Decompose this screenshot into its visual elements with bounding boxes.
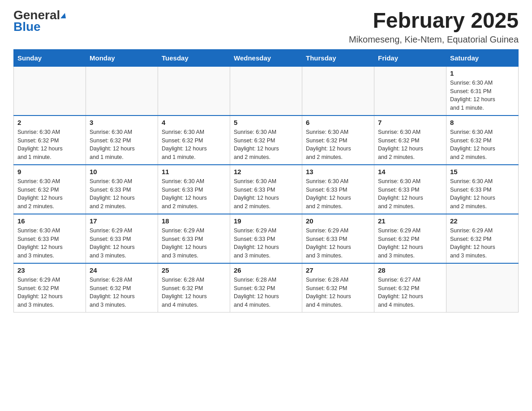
title-section: February 2025 Mikomeseng, Kie-Ntem, Equa… (349, 9, 519, 45)
header-saturday: Saturday (446, 49, 519, 66)
calendar-day-cell: 12Sunrise: 6:30 AM Sunset: 6:33 PM Dayli… (230, 165, 302, 214)
header-wednesday: Wednesday (230, 49, 302, 66)
day-number: 27 (306, 266, 370, 274)
day-info: Sunrise: 6:29 AM Sunset: 6:33 PM Dayligh… (306, 227, 370, 260)
calendar-day-cell: 21Sunrise: 6:29 AM Sunset: 6:32 PM Dayli… (374, 214, 446, 263)
day-info: Sunrise: 6:30 AM Sunset: 6:33 PM Dayligh… (378, 177, 442, 211)
calendar-day-cell: 13Sunrise: 6:30 AM Sunset: 6:33 PM Dayli… (302, 165, 374, 214)
calendar-day-cell: 18Sunrise: 6:29 AM Sunset: 6:33 PM Dayli… (158, 214, 230, 263)
day-info: Sunrise: 6:30 AM Sunset: 6:33 PM Dayligh… (162, 177, 226, 211)
day-number: 11 (162, 168, 226, 176)
day-number: 20 (306, 217, 370, 225)
day-number: 14 (378, 168, 442, 176)
logo: General Blue (13, 9, 66, 33)
day-info: Sunrise: 6:30 AM Sunset: 6:32 PM Dayligh… (234, 128, 298, 162)
calendar-day-cell: 14Sunrise: 6:30 AM Sunset: 6:33 PM Dayli… (374, 165, 446, 214)
calendar-week-row: 9Sunrise: 6:30 AM Sunset: 6:32 PM Daylig… (14, 165, 519, 214)
weekday-header-row: Sunday Monday Tuesday Wednesday Thursday… (14, 49, 519, 66)
calendar-week-row: 16Sunrise: 6:30 AM Sunset: 6:33 PM Dayli… (14, 214, 519, 263)
calendar-day-cell: 10Sunrise: 6:30 AM Sunset: 6:33 PM Dayli… (86, 165, 158, 214)
day-info: Sunrise: 6:29 AM Sunset: 6:33 PM Dayligh… (162, 227, 226, 260)
calendar-week-row: 23Sunrise: 6:29 AM Sunset: 6:32 PM Dayli… (14, 263, 519, 313)
day-number: 23 (17, 266, 82, 274)
day-info: Sunrise: 6:29 AM Sunset: 6:32 PM Dayligh… (17, 276, 82, 309)
calendar-day-cell (86, 66, 158, 116)
header-sunday: Sunday (14, 49, 86, 66)
calendar-day-cell: 15Sunrise: 6:30 AM Sunset: 6:33 PM Dayli… (446, 165, 519, 214)
header-tuesday: Tuesday (158, 49, 230, 66)
day-number: 13 (306, 168, 370, 176)
day-info: Sunrise: 6:29 AM Sunset: 6:32 PM Dayligh… (450, 227, 515, 260)
day-number: 9 (17, 168, 82, 176)
calendar-day-cell: 5Sunrise: 6:30 AM Sunset: 6:32 PM Daylig… (230, 116, 302, 165)
calendar-day-cell (230, 66, 302, 116)
day-info: Sunrise: 6:30 AM Sunset: 6:32 PM Dayligh… (378, 128, 442, 162)
day-info: Sunrise: 6:30 AM Sunset: 6:33 PM Dayligh… (450, 177, 515, 211)
day-info: Sunrise: 6:30 AM Sunset: 6:33 PM Dayligh… (306, 177, 370, 211)
calendar-day-cell: 28Sunrise: 6:27 AM Sunset: 6:32 PM Dayli… (374, 263, 446, 313)
day-number: 16 (17, 217, 82, 225)
day-info: Sunrise: 6:28 AM Sunset: 6:32 PM Dayligh… (90, 276, 154, 309)
day-number: 25 (162, 266, 226, 274)
day-number: 21 (378, 217, 442, 225)
calendar-day-cell: 8Sunrise: 6:30 AM Sunset: 6:32 PM Daylig… (446, 116, 519, 165)
day-number: 7 (378, 119, 442, 126)
calendar-day-cell: 1Sunrise: 6:30 AM Sunset: 6:31 PM Daylig… (446, 66, 519, 116)
calendar-day-cell: 24Sunrise: 6:28 AM Sunset: 6:32 PM Dayli… (86, 263, 158, 313)
calendar-day-cell: 20Sunrise: 6:29 AM Sunset: 6:33 PM Dayli… (302, 214, 374, 263)
calendar-day-cell: 3Sunrise: 6:30 AM Sunset: 6:32 PM Daylig… (86, 116, 158, 165)
calendar-week-row: 2Sunrise: 6:30 AM Sunset: 6:32 PM Daylig… (14, 116, 519, 165)
day-number: 6 (306, 119, 370, 126)
day-info: Sunrise: 6:28 AM Sunset: 6:32 PM Dayligh… (234, 276, 298, 309)
page-header: General Blue February 2025 Mikomeseng, K… (13, 9, 519, 45)
day-number: 22 (450, 217, 515, 225)
header-friday: Friday (374, 49, 446, 66)
day-number: 28 (378, 266, 442, 274)
header-thursday: Thursday (302, 49, 374, 66)
day-info: Sunrise: 6:30 AM Sunset: 6:32 PM Dayligh… (17, 128, 82, 162)
day-info: Sunrise: 6:28 AM Sunset: 6:32 PM Dayligh… (162, 276, 226, 309)
calendar-day-cell (158, 66, 230, 116)
calendar-day-cell: 23Sunrise: 6:29 AM Sunset: 6:32 PM Dayli… (14, 263, 86, 313)
calendar-table: Sunday Monday Tuesday Wednesday Thursday… (13, 49, 519, 313)
day-info: Sunrise: 6:30 AM Sunset: 6:32 PM Dayligh… (17, 177, 82, 211)
day-info: Sunrise: 6:28 AM Sunset: 6:32 PM Dayligh… (306, 276, 370, 309)
day-info: Sunrise: 6:30 AM Sunset: 6:32 PM Dayligh… (90, 128, 154, 162)
calendar-day-cell: 26Sunrise: 6:28 AM Sunset: 6:32 PM Dayli… (230, 263, 302, 313)
main-title: February 2025 (349, 9, 519, 33)
day-number: 24 (90, 266, 154, 274)
day-info: Sunrise: 6:30 AM Sunset: 6:33 PM Dayligh… (234, 177, 298, 211)
calendar-day-cell: 27Sunrise: 6:28 AM Sunset: 6:32 PM Dayli… (302, 263, 374, 313)
day-number: 3 (90, 119, 154, 126)
subtitle: Mikomeseng, Kie-Ntem, Equatorial Guinea (349, 34, 519, 45)
calendar-day-cell (14, 66, 86, 116)
header-monday: Monday (86, 49, 158, 66)
calendar-day-cell (446, 263, 519, 313)
day-number: 8 (450, 119, 515, 126)
calendar-day-cell: 6Sunrise: 6:30 AM Sunset: 6:32 PM Daylig… (302, 116, 374, 165)
day-info: Sunrise: 6:30 AM Sunset: 6:33 PM Dayligh… (17, 227, 82, 260)
calendar-day-cell: 7Sunrise: 6:30 AM Sunset: 6:32 PM Daylig… (374, 116, 446, 165)
day-info: Sunrise: 6:30 AM Sunset: 6:32 PM Dayligh… (450, 128, 515, 162)
calendar-day-cell: 9Sunrise: 6:30 AM Sunset: 6:32 PM Daylig… (14, 165, 86, 214)
calendar-day-cell: 17Sunrise: 6:29 AM Sunset: 6:33 PM Dayli… (86, 214, 158, 263)
calendar-day-cell: 19Sunrise: 6:29 AM Sunset: 6:33 PM Dayli… (230, 214, 302, 263)
day-info: Sunrise: 6:30 AM Sunset: 6:32 PM Dayligh… (162, 128, 226, 162)
day-number: 18 (162, 217, 226, 225)
calendar-week-row: 1Sunrise: 6:30 AM Sunset: 6:31 PM Daylig… (14, 66, 519, 116)
day-info: Sunrise: 6:30 AM Sunset: 6:33 PM Dayligh… (90, 177, 154, 211)
day-number: 1 (450, 69, 515, 77)
calendar-day-cell: 11Sunrise: 6:30 AM Sunset: 6:33 PM Dayli… (158, 165, 230, 214)
calendar-day-cell: 16Sunrise: 6:30 AM Sunset: 6:33 PM Dayli… (14, 214, 86, 263)
calendar-day-cell (302, 66, 374, 116)
day-number: 10 (90, 168, 154, 176)
day-number: 5 (234, 119, 298, 126)
day-number: 17 (90, 217, 154, 225)
day-info: Sunrise: 6:27 AM Sunset: 6:32 PM Dayligh… (378, 276, 442, 309)
day-info: Sunrise: 6:30 AM Sunset: 6:32 PM Dayligh… (306, 128, 370, 162)
day-number: 19 (234, 217, 298, 225)
logo-blue-text: Blue (13, 21, 41, 33)
day-number: 4 (162, 119, 226, 126)
calendar-day-cell: 4Sunrise: 6:30 AM Sunset: 6:32 PM Daylig… (158, 116, 230, 165)
calendar-day-cell: 22Sunrise: 6:29 AM Sunset: 6:32 PM Dayli… (446, 214, 519, 263)
